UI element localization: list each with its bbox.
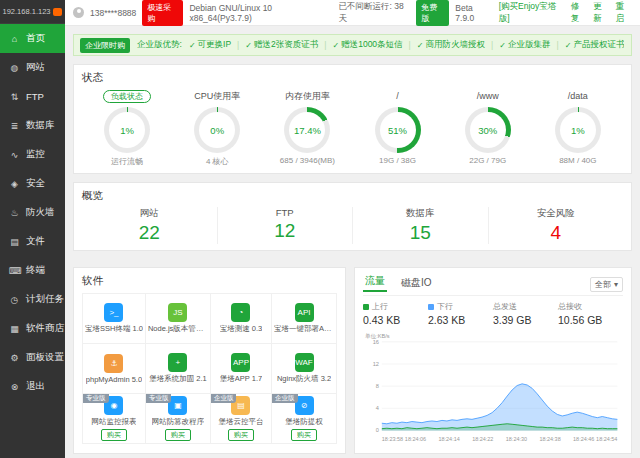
sidebar-item-settings[interactable]: ⚙面板设置 — [0, 343, 65, 372]
software-item[interactable]: 专业版◉网站监控报表购买 — [83, 394, 146, 444]
software-item[interactable]: 企业版⊘堡塔防提权购买 — [272, 394, 337, 444]
update-button[interactable]: 更新 — [593, 1, 609, 25]
software-item[interactable]: JSNode.js版本管理器 1.6 — [146, 294, 211, 344]
promo-item[interactable]: ✓商用防火墙授权 — [417, 39, 485, 51]
sidebar-item-home[interactable]: ⌂首页 — [0, 24, 65, 53]
overview-panel-title: 概览 — [82, 189, 623, 203]
overview-stat-FTP[interactable]: FTP12 — [218, 207, 354, 244]
promo-item[interactable]: ✓企业版集群 — [499, 39, 550, 51]
edition-tag: 企业版 — [272, 394, 298, 403]
promo-item[interactable]: ✓可更换IP — [189, 39, 231, 51]
sidebar-item-security[interactable]: ◈安全 — [0, 169, 65, 198]
quick-buy-button[interactable]: 极速采购 — [142, 0, 183, 26]
traffic-filter-select[interactable]: 全部 ▾ — [590, 277, 623, 292]
sidebar-item-label: 数据库 — [26, 119, 55, 132]
gauge-label-pill[interactable]: 负载状态 — [103, 90, 151, 103]
sidebar-item-terminal[interactable]: ⌨终端 — [0, 256, 65, 285]
software-item[interactable]: WAFNginx防火墙 3.2 — [272, 344, 337, 394]
software-item[interactable]: +堡塔系统加固 2.1 — [146, 344, 211, 394]
gauge-label: 负载状态 — [84, 89, 170, 104]
software-item[interactable]: ⚓phpMyAdmin 5.0 — [83, 344, 146, 394]
promo-item[interactable]: ✓产品授权证书 — [565, 39, 625, 51]
overview-stat-网站[interactable]: 网站22 — [82, 207, 218, 244]
sidebar-item-cron[interactable]: ◷计划任务 — [0, 285, 65, 314]
gauge-sub: 运行流畅 — [84, 156, 170, 167]
software-item-name: 网站监控报表 — [91, 417, 136, 427]
sidebar-item-monitor[interactable]: ∿监控 — [0, 140, 65, 169]
edition-tag: 专业版 — [83, 394, 109, 403]
user-icon — [73, 7, 84, 18]
overview-stat-label: 安全风险 — [489, 207, 624, 220]
promo-separator: | — [237, 40, 239, 50]
status-gauge-2: 内存使用率17.4%685 / 3946(MB) — [264, 89, 350, 167]
buy-button[interactable]: 购买 — [228, 429, 254, 441]
sidebar-item-appstore[interactable]: ▦软件商店 — [0, 314, 65, 343]
promo-separator: | — [324, 40, 326, 50]
sidebar-item-logout[interactable]: ⊗退出 — [0, 372, 65, 401]
software-item[interactable]: ◔宝塔测速 0.3 — [211, 294, 272, 344]
traffic-filter-value: 全部 — [595, 279, 611, 290]
status-gauge-3: /51%19G / 38G — [355, 89, 441, 167]
software-item[interactable]: APP堡塔APP 1.7 — [211, 344, 272, 394]
database-icon: ≣ — [9, 121, 20, 131]
sidebar-item-firewall[interactable]: ♨防火墙 — [0, 198, 65, 227]
sidebar-item-sites[interactable]: ◍网站 — [0, 53, 65, 82]
buy-button[interactable]: 购买 — [291, 429, 317, 441]
sidebar-item-database[interactable]: ≣数据库 — [0, 111, 65, 140]
svg-text:18:24:14: 18:24:14 — [439, 436, 460, 442]
promo-badge[interactable]: 企业限时购 — [80, 38, 130, 53]
traffic-stat-label: 总接收 — [558, 301, 623, 312]
promo-item[interactable]: ✓赠送2张资质证书 — [245, 39, 318, 51]
firewall-flame-icon: ♨ — [9, 208, 20, 218]
edition-tag: 企业版 — [211, 394, 237, 403]
software-item-name: phpMyAdmin 5.0 — [86, 375, 142, 384]
overview-stat-安全风险[interactable]: 安全风险4 — [489, 207, 624, 244]
svg-text:18:23:58: 18:23:58 — [382, 436, 403, 442]
software-item[interactable]: 专业版▣网站防篡改程序购买 — [146, 394, 211, 444]
software-grid: >_宝塔SSH终端 1.0JSNode.js版本管理器 1.6◔宝塔测速 0.3… — [82, 293, 337, 444]
server-ip[interactable]: 192.168.1.123 — [0, 0, 65, 24]
sidebar-item-files[interactable]: ▤文件 — [0, 227, 65, 256]
gauge-sub: 88M / 40G — [535, 156, 621, 165]
promo-separator: | — [556, 40, 558, 50]
repair-button[interactable]: 修复 — [571, 1, 587, 25]
restart-button[interactable]: 重启 — [616, 1, 632, 25]
deploy-api-icon: API — [295, 303, 314, 322]
edition-tag: 专业版 — [146, 394, 172, 403]
overview-stat-value: 12 — [218, 220, 353, 242]
bottom-row: 软件 >_宝塔SSH终端 1.0JSNode.js版本管理器 1.6◔宝塔测速 … — [73, 259, 632, 454]
uptime-text: 已不间断运行: 38天 — [339, 1, 411, 25]
promo-item-label: 可更换IP — [198, 39, 232, 51]
os-info: Debian GNU/Linux 10 x86_64(Py3.7.9) — [189, 3, 332, 23]
software-item[interactable]: API宝塔一键部署API接口 3.2 — [272, 294, 337, 344]
chevron-down-icon: ▾ — [614, 280, 618, 289]
status-gauge-0: 负载状态1%运行流畅 — [84, 89, 170, 167]
check-icon: ✓ — [499, 41, 506, 50]
overview-stat-label: 网站 — [82, 207, 217, 220]
sidebar-item-ftp[interactable]: ⇅FTP — [0, 82, 65, 111]
overview-stat-数据库[interactable]: 数据库15 — [353, 207, 489, 244]
gauge-value: 30% — [465, 107, 511, 153]
traffic-stat-下行: 下行2.63 KB — [428, 301, 493, 326]
edition-badge: 免费版 — [416, 0, 449, 26]
tab-磁盘IO[interactable]: 磁盘IO — [399, 276, 434, 292]
check-icon: ✓ — [245, 41, 252, 50]
username[interactable]: 138****8888 — [90, 8, 136, 18]
software-item[interactable]: 企业版▤堡塔云控平台购买 — [211, 394, 272, 444]
gauge-sub: 685 / 3946(MB) — [264, 156, 350, 165]
svg-text:12: 12 — [373, 361, 379, 367]
upgrade-link[interactable]: [购买Enjoy宝塔版] — [499, 1, 565, 25]
overview-stat-value: 15 — [353, 222, 488, 244]
status-panel: 状态 负载状态1%运行流畅CPU使用率0%4 核心内存使用率17.4%685 /… — [73, 64, 632, 174]
buy-button[interactable]: 购买 — [165, 429, 191, 441]
gauge-ring: 1% — [555, 107, 601, 153]
clock-icon: ◷ — [9, 295, 20, 305]
tab-流量[interactable]: 流量 — [363, 274, 387, 292]
promo-item[interactable]: ✓赠送1000条短信 — [332, 39, 402, 51]
gauge-value: 1% — [104, 107, 150, 153]
buy-button[interactable]: 购买 — [101, 429, 127, 441]
ftp-transfer-icon: ⇅ — [9, 92, 20, 102]
software-item[interactable]: >_宝塔SSH终端 1.0 — [83, 294, 146, 344]
software-item-name: 堡塔APP 1.7 — [220, 374, 262, 384]
traffic-stats: 上行0.43 KB下行2.63 KB总发送3.39 GB总接收10.56 GB — [363, 301, 623, 326]
